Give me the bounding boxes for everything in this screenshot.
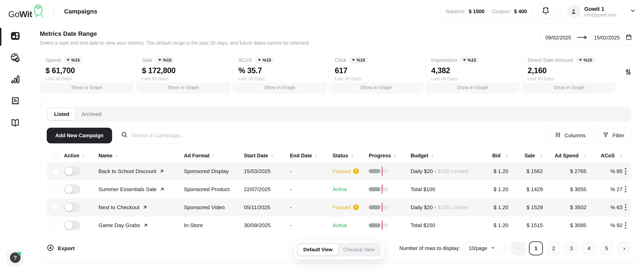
sidebar-item-reports[interactable] bbox=[0, 69, 31, 91]
delta-badge: %15 bbox=[576, 56, 595, 64]
date-start: 09/02/2025 bbox=[546, 35, 571, 41]
row-checkbox[interactable] bbox=[52, 222, 59, 228]
sort-icon bbox=[540, 153, 543, 158]
row-menu-button[interactable] bbox=[622, 202, 629, 212]
status-help-icon[interactable]: ? bbox=[353, 205, 359, 210]
metric-label: Direct Sale Amount bbox=[528, 57, 574, 63]
row-checkbox[interactable] bbox=[52, 168, 59, 174]
campaign-name-link[interactable]: Back to School Discount bbox=[98, 168, 184, 174]
sliders-icon bbox=[624, 68, 632, 77]
end-date: - bbox=[290, 186, 333, 192]
delta-badge: %15 bbox=[349, 56, 368, 64]
sale: $ 1515 bbox=[508, 222, 543, 228]
active-toggle[interactable] bbox=[64, 166, 80, 176]
notifications-button[interactable] bbox=[538, 4, 554, 19]
end-date: - bbox=[290, 168, 333, 174]
active-toggle[interactable] bbox=[64, 203, 80, 212]
budget: Total $100 bbox=[410, 186, 480, 192]
bell-icon bbox=[542, 7, 550, 16]
triangle-down-icon bbox=[579, 59, 582, 61]
acos: % 92 bbox=[586, 222, 622, 228]
show-in-graph-button[interactable]: Show in Graph bbox=[40, 82, 134, 93]
arrow-up-right-icon bbox=[160, 187, 165, 192]
pagination-page-3[interactable]: 3 bbox=[564, 241, 578, 255]
pagination-prev-button[interactable]: ‹ bbox=[511, 241, 525, 255]
row-checkbox[interactable] bbox=[52, 204, 59, 210]
user-menu[interactable]: Gowit 1 info@gowit.com bbox=[567, 5, 636, 18]
show-in-graph-button[interactable]: Show in Graph bbox=[233, 82, 326, 93]
pagination-page-1[interactable]: 1 bbox=[529, 241, 543, 255]
rows-per-page-select[interactable]: 10/page bbox=[464, 242, 500, 255]
start-date: 22/07/2025 bbox=[244, 186, 290, 192]
start-date: 30/09/2025 bbox=[244, 222, 290, 228]
metric-card-sale: Sale %15 $ 172,800 Last 30 Days Show in … bbox=[136, 52, 230, 93]
active-toggle[interactable] bbox=[64, 221, 80, 230]
sale: $ 1562 bbox=[508, 168, 543, 174]
status-help-icon[interactable]: ? bbox=[353, 168, 359, 174]
gowit-logo[interactable]: GoWit bbox=[8, 4, 44, 19]
pagination-page-2[interactable]: 2 bbox=[547, 241, 561, 255]
row-menu-button[interactable] bbox=[622, 221, 629, 230]
progress-marker bbox=[382, 221, 382, 230]
view-option-default[interactable]: Default View bbox=[298, 244, 338, 256]
export-button[interactable]: Export bbox=[47, 244, 75, 253]
help-button[interactable]: ? bbox=[6, 249, 24, 266]
search-input[interactable] bbox=[131, 132, 539, 139]
campaign-name-link[interactable]: Next to Checkout bbox=[98, 204, 184, 211]
view-option-checkup[interactable]: Checkup View bbox=[338, 244, 380, 256]
metric-period: Last 30 Days bbox=[335, 76, 418, 81]
table-header: Active Name Ad Format Start Date End Dat… bbox=[47, 149, 631, 162]
ad-format: Sponsored Display bbox=[184, 168, 244, 174]
progress-bar bbox=[369, 185, 388, 194]
tab-archived[interactable]: Archived bbox=[75, 108, 108, 120]
sidebar-item-campaigns[interactable] bbox=[0, 48, 31, 69]
acos: % 85 bbox=[586, 168, 622, 174]
metric-label: Spend bbox=[46, 57, 61, 63]
pagination-page-5[interactable]: 5 bbox=[600, 241, 614, 255]
show-in-graph-button[interactable]: Show in Graph bbox=[137, 82, 230, 93]
table-row: Back to School Discount Sponsored Displa… bbox=[47, 162, 631, 180]
show-in-graph-button[interactable]: Show in Graph bbox=[522, 82, 616, 93]
view-switcher: Default View Checkup View bbox=[294, 240, 384, 260]
metric-value: $ 61,700 bbox=[46, 66, 128, 75]
select-all-checkbox[interactable] bbox=[52, 153, 59, 159]
metric-label: Sale bbox=[142, 57, 153, 63]
campaign-name-link[interactable]: Summer Essentials Sale bbox=[98, 186, 184, 192]
campaign-name-link[interactable]: Game Day Grabs bbox=[98, 222, 184, 228]
chevron-down-icon bbox=[630, 8, 636, 15]
sidebar-item-library[interactable] bbox=[0, 113, 31, 134]
open-book-icon bbox=[10, 118, 20, 129]
show-in-graph-button[interactable]: Show in Graph bbox=[330, 82, 423, 93]
columns-icon bbox=[555, 132, 561, 139]
pagination-divider bbox=[506, 244, 506, 253]
show-in-graph-button[interactable]: Show in Graph bbox=[426, 82, 519, 93]
row-checkbox[interactable] bbox=[52, 186, 59, 192]
pagination-page-4[interactable]: 4 bbox=[582, 241, 596, 255]
sort-icon bbox=[115, 153, 118, 158]
sidebar-item-invoices[interactable] bbox=[0, 91, 31, 113]
ad-spend: $ 3055 bbox=[543, 186, 586, 192]
add-new-campaign-button[interactable]: Add New Campaign bbox=[47, 128, 112, 143]
date-range-picker[interactable]: 09/02/2025 15/02/2025 bbox=[539, 30, 638, 45]
metric-card-acos: ACoS %15 % 35.7 Last 30 Days Show in Gra… bbox=[233, 52, 327, 93]
metric-period: Last 30 Days bbox=[431, 76, 514, 81]
coupon-label: Coupon: bbox=[492, 8, 511, 14]
budget: Total $150 bbox=[410, 222, 480, 228]
filter-button[interactable]: Filter bbox=[596, 128, 631, 143]
metric-value: 617 bbox=[335, 66, 418, 75]
active-toggle[interactable] bbox=[64, 185, 80, 194]
triangle-down-icon bbox=[463, 59, 466, 61]
columns-button[interactable]: Columns bbox=[548, 128, 592, 143]
pagination-next-button[interactable]: › bbox=[617, 241, 631, 255]
arrow-up-right-icon bbox=[142, 205, 148, 210]
row-menu-button[interactable] bbox=[622, 184, 629, 194]
delta-badge: %15 bbox=[460, 56, 479, 64]
row-menu-button[interactable] bbox=[622, 166, 629, 176]
table-row: Summer Essentials Sale Sponsored Product… bbox=[47, 180, 631, 198]
acos: % 63 bbox=[586, 204, 622, 211]
metric-settings-button[interactable] bbox=[618, 52, 638, 93]
tab-listed[interactable]: Listed bbox=[48, 108, 75, 120]
sidebar-item-dashboard[interactable] bbox=[0, 26, 31, 48]
campaign-search bbox=[116, 128, 545, 143]
status-badge: Paused? bbox=[332, 168, 359, 174]
